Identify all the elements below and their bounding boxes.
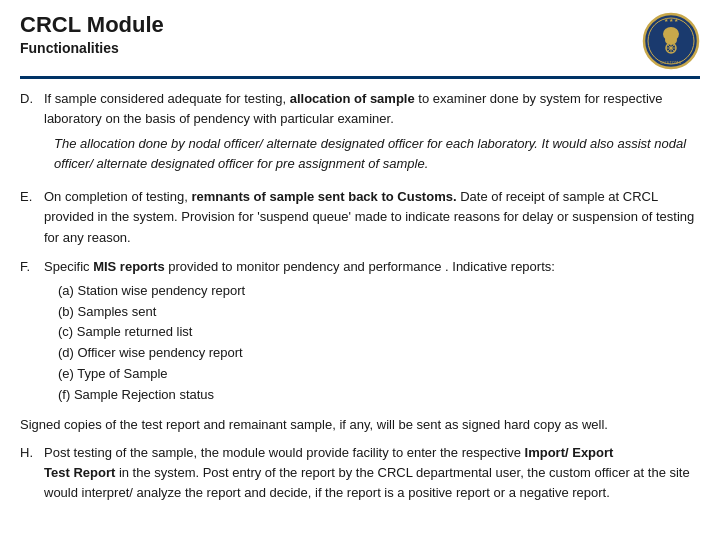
section-h-letter: H. [20,443,38,503]
logo-icon: ★ ★ ★ CUSTOMS [642,12,700,70]
section-e: E. On completion of testing, remnants of… [20,187,700,247]
section-h: H. Post testing of the sample, the modul… [20,443,700,503]
section-f-after-bold: provided to monitor pendency and perform… [165,259,555,274]
list-item: (b) Samples sent [58,302,700,323]
section-f-list: (a) Station wise pendency report (b) Sam… [58,281,700,406]
page-container: CRCL Module Functionalities ★ ★ ★ [0,0,720,540]
signed-copies-line: Signed copies of the test report and rem… [20,415,700,435]
section-f: F. Specific MIS reports provided to moni… [20,257,700,406]
section-d: D. If sample considered adequate for tes… [20,89,700,178]
section-h-intro: Post testing of the sample, the module w… [44,445,525,460]
list-item: (e) Type of Sample [58,364,700,385]
list-item: (c) Sample returned list [58,322,700,343]
section-e-bold: remnants of sample sent back to Customs. [191,189,456,204]
section-d-bold: allocation of sample [290,91,415,106]
section-f-intro: Specific [44,259,93,274]
section-h-after-bold: in the system. Post entry of the report … [44,465,690,500]
svg-text:CUSTOMS: CUSTOMS [661,61,682,65]
content-area: D. If sample considered adequate for tes… [20,89,700,503]
list-item: (f) Sample Rejection status [58,385,700,406]
section-e-content: On completion of testing, remnants of sa… [44,187,700,247]
page-subtitle: Functionalities [20,40,164,56]
section-h-bold2: Test Report [44,465,115,480]
section-f-letter: F. [20,257,38,406]
list-item: (a) Station wise pendency report [58,281,700,302]
page-title: CRCL Module [20,12,164,38]
list-item: (d) Officer wise pendency report [58,343,700,364]
section-f-content: Specific MIS reports provided to monitor… [44,257,700,406]
section-e-letter: E. [20,187,38,247]
section-d-content: If sample considered adequate for testin… [44,89,700,178]
section-f-bold: MIS reports [93,259,165,274]
section-e-intro: On completion of testing, [44,189,191,204]
logo-container: ★ ★ ★ CUSTOMS [642,12,700,70]
section-h-bold1: Import/ Export [525,445,614,460]
header-text: CRCL Module Functionalities [20,12,164,56]
header-divider [20,76,700,79]
section-d-intro: If sample considered adequate for testin… [44,91,290,106]
svg-text:★ ★ ★: ★ ★ ★ [664,17,680,23]
section-h-content: Post testing of the sample, the module w… [44,443,700,503]
header-area: CRCL Module Functionalities ★ ★ ★ [20,12,700,70]
section-d-italic: The allocation done by nodal officer/ al… [54,134,700,173]
section-d-letter: D. [20,89,38,178]
